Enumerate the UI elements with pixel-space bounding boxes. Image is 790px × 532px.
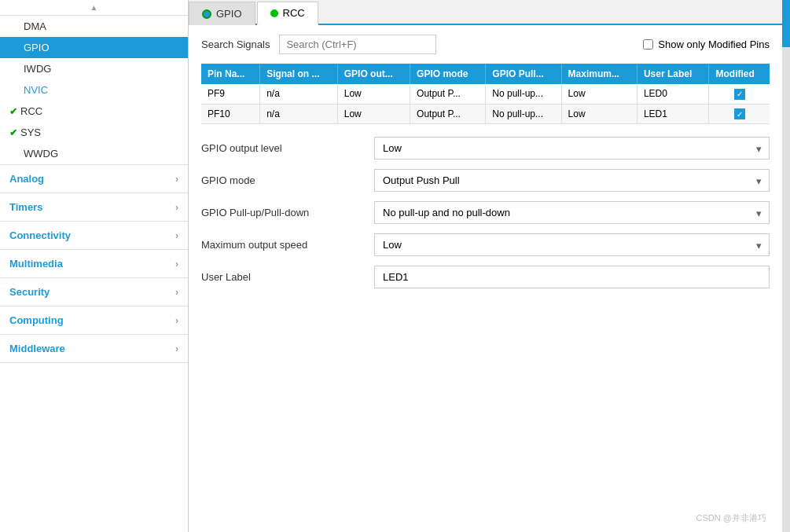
cell-modified: ✓ (709, 84, 770, 104)
cell-signal: n/a (260, 84, 338, 104)
gpio-tab-dot-icon (202, 9, 211, 19)
config-label-gpio-mode: GPIO mode (201, 174, 374, 186)
sidebar-item-iwdg[interactable]: IWDG (0, 58, 188, 79)
search-row: Search Signals Show only Modified Pins (201, 35, 770, 54)
pull-select-wrapper: No pull-up and no pull-down Pull-up Pull… (374, 201, 770, 224)
expand-collapse-btn[interactable]: ▲ (0, 0, 188, 16)
config-label-output-level: GPIO output level (201, 142, 374, 154)
sidebar-category-middleware[interactable]: Middleware › (0, 335, 188, 363)
col-modified[interactable]: Modified (709, 64, 770, 84)
cell-mode: Output P... (410, 84, 486, 104)
tab-gpio[interactable]: GPIO (189, 2, 255, 25)
config-label-pull: GPIO Pull-up/Pull-down (201, 207, 374, 218)
right-scrollbar[interactable] (782, 0, 790, 532)
show-modified-label: Show only Modified Pins (658, 39, 770, 50)
cell-mode: Output P... (410, 104, 486, 124)
col-gpio-mode[interactable]: GPIO mode (410, 64, 486, 84)
pull-select[interactable]: No pull-up and no pull-down Pull-up Pull… (374, 201, 770, 224)
table-header-row: Pin Na... Signal on ... GPIO out... GPIO… (201, 64, 770, 84)
config-label-user-label: User Label (201, 271, 374, 283)
cell-pull: No pull-up... (486, 104, 561, 124)
gpio-mode-select-wrapper: Output Push Pull Output Open Drain Input… (374, 169, 770, 192)
tab-gpio-label: GPIO (216, 8, 242, 20)
sidebar-item-wwdg[interactable]: WWDG (0, 143, 188, 164)
output-level-select[interactable]: Low High (374, 137, 770, 160)
table-row[interactable]: PF9 n/a Low Output P... No pull-up... Lo… (201, 84, 770, 104)
search-label: Search Signals (201, 39, 270, 50)
config-row-user-label: User Label (201, 266, 770, 288)
content-area: Search Signals Show only Modified Pins P… (189, 25, 782, 532)
sidebar-category-security[interactable]: Security › (0, 278, 188, 306)
col-maximum[interactable]: Maximum... (561, 64, 637, 84)
analog-chevron-icon: › (175, 174, 178, 185)
tab-bar: GPIO RCC (189, 0, 782, 25)
scrollbar-thumb[interactable] (782, 0, 790, 47)
cell-label: LED0 (637, 84, 709, 104)
sys-check-icon: ✔ (9, 127, 17, 138)
gpio-table: Pin Na... Signal on ... GPIO out... GPIO… (201, 64, 770, 124)
col-signal-on[interactable]: Signal on ... (260, 64, 338, 84)
connectivity-chevron-icon: › (175, 230, 178, 241)
timers-chevron-icon: › (175, 202, 178, 213)
search-input[interactable] (279, 35, 436, 54)
cell-max: Low (561, 104, 637, 124)
output-level-select-wrapper: Low High (374, 137, 770, 160)
max-speed-select-wrapper: Low Medium High Very High (374, 233, 770, 256)
gpio-mode-select[interactable]: Output Push Pull Output Open Drain Input… (374, 169, 770, 192)
config-row-max-speed: Maximum output speed Low Medium High Ver… (201, 233, 770, 256)
sidebar-top-section: ▲ DMA GPIO IWDG NVIC ✔ RCC ✔ SYS WWDG (0, 0, 188, 165)
modified-checkbox-icon: ✓ (734, 89, 745, 100)
show-modified-row: Show only Modified Pins (643, 39, 770, 50)
sidebar-item-nvic[interactable]: NVIC (0, 79, 188, 101)
config-form: GPIO output level Low High GPIO mode Out… (201, 137, 770, 288)
cell-modified: ✓ (709, 104, 770, 124)
cell-pin: PF10 (201, 104, 260, 124)
rcc-check-icon: ✔ (9, 106, 17, 117)
cell-signal: n/a (260, 104, 338, 124)
sidebar-category-analog[interactable]: Analog › (0, 165, 188, 193)
rcc-tab-dot-icon (270, 9, 278, 17)
watermark: CSDN @并非港巧 (696, 512, 766, 524)
config-row-output-level: GPIO output level Low High (201, 137, 770, 160)
main-content: GPIO RCC Search Signals Show only Modifi… (189, 0, 782, 532)
sidebar: ▲ DMA GPIO IWDG NVIC ✔ RCC ✔ SYS WWDG (0, 0, 189, 532)
tab-rcc[interactable]: RCC (257, 2, 318, 25)
cell-label: LED1 (637, 104, 709, 124)
sidebar-item-gpio[interactable]: GPIO (0, 37, 188, 58)
security-chevron-icon: › (175, 287, 178, 298)
col-user-label[interactable]: User Label (637, 64, 709, 84)
modified-checkbox-icon: ✓ (734, 108, 745, 119)
sidebar-item-sys[interactable]: ✔ SYS (0, 122, 188, 143)
sidebar-item-rcc[interactable]: ✔ RCC (0, 101, 188, 122)
col-gpio-out[interactable]: GPIO out... (337, 64, 410, 84)
cell-max: Low (561, 84, 637, 104)
multimedia-chevron-icon: › (175, 259, 178, 270)
sidebar-category-connectivity[interactable]: Connectivity › (0, 222, 188, 250)
sidebar-category-computing[interactable]: Computing › (0, 306, 188, 335)
sidebar-item-dma[interactable]: DMA (0, 16, 188, 37)
table-row[interactable]: PF10 n/a Low Output P... No pull-up... L… (201, 104, 770, 124)
sidebar-category-multimedia[interactable]: Multimedia › (0, 250, 188, 278)
config-row-gpio-mode: GPIO mode Output Push Pull Output Open D… (201, 169, 770, 192)
col-gpio-pull[interactable]: GPIO Pull... (486, 64, 561, 84)
cell-pin: PF9 (201, 84, 260, 104)
max-speed-select[interactable]: Low Medium High Very High (374, 233, 770, 256)
user-label-input[interactable] (374, 266, 770, 288)
cell-output: Low (337, 84, 410, 104)
cell-pull: No pull-up... (486, 84, 561, 104)
computing-chevron-icon: › (175, 315, 178, 326)
sidebar-category-timers[interactable]: Timers › (0, 193, 188, 222)
config-label-max-speed: Maximum output speed (201, 239, 374, 251)
show-modified-checkbox[interactable] (643, 39, 653, 50)
config-row-pull: GPIO Pull-up/Pull-down No pull-up and no… (201, 201, 770, 224)
col-pin-name[interactable]: Pin Na... (201, 64, 260, 84)
cell-output: Low (337, 104, 410, 124)
tab-rcc-label: RCC (283, 7, 305, 19)
middleware-chevron-icon: › (175, 343, 178, 354)
